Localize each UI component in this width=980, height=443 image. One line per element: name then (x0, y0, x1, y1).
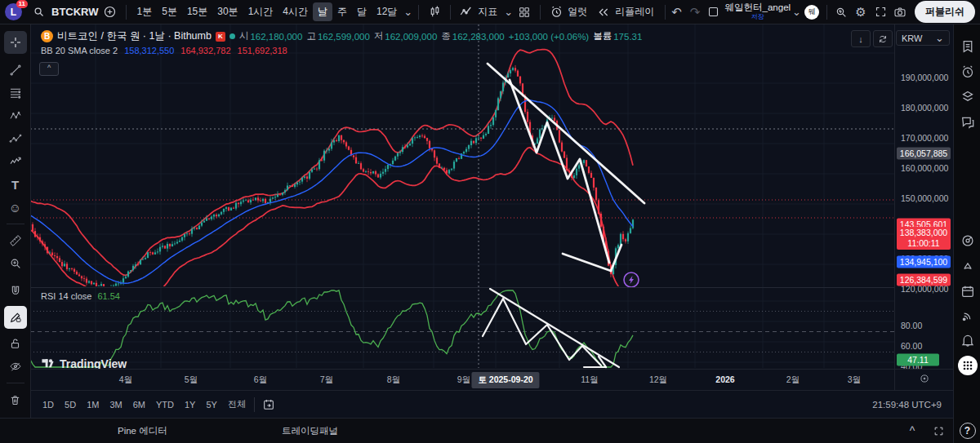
divider (126, 5, 127, 20)
magnet-tool[interactable] (4, 280, 27, 303)
timeframe-5m[interactable]: 5분 (157, 2, 182, 21)
pine-editor-tab[interactable]: Pine 에디터 (118, 425, 167, 437)
range-ytd[interactable]: YTD (152, 397, 178, 412)
indicators-icon[interactable] (457, 2, 476, 22)
quick-search-icon[interactable] (831, 2, 851, 22)
bb-value: 164,932,782 (180, 46, 230, 55)
panel-fullscreen-icon[interactable] (929, 421, 948, 441)
watchlist-icon[interactable] (960, 39, 975, 55)
symbol-search[interactable]: BTCKRW (29, 2, 99, 22)
undo-icon[interactable]: ↶ (671, 6, 682, 18)
timeframe-1w[interactable]: 주 (332, 2, 352, 21)
timeframe-4h[interactable]: 4시간 (278, 2, 313, 21)
publish-button[interactable]: 퍼블리쉬 (915, 1, 975, 23)
forecast-tool[interactable] (4, 127, 27, 150)
fib-retracement-tool[interactable] (4, 82, 27, 104)
rsi-indicator-legend[interactable]: RSI 14 close 61.54 (41, 291, 120, 301)
top-toolbar: L 11 BTCKRW 1분5분15분30분1시간4시간날주달12달 ⌄ 지표 … (0, 0, 980, 24)
left-drawing-toolbar: T ☺ (0, 24, 31, 418)
panel-expand-icon[interactable]: ^ (902, 421, 922, 441)
hide-drawings-tool[interactable] (4, 355, 27, 378)
screenshot-camera-icon[interactable] (890, 2, 910, 22)
range-5y[interactable]: 5Y (202, 397, 220, 412)
time-axis[interactable]: 4월5월6월7월8월9월11월12월20262월3월4월 토 2025-09-2… (30, 369, 894, 391)
crosshair-tool[interactable] (4, 31, 27, 54)
session-clock[interactable]: 21:59:48 UTC+9 (872, 400, 942, 410)
hotlist-target-icon[interactable] (960, 233, 975, 249)
zoom-in-tool[interactable] (4, 252, 27, 275)
calendar-icon[interactable] (960, 284, 975, 299)
range-1d[interactable]: 1D (38, 397, 58, 412)
indicators-button[interactable]: 지표 (478, 2, 502, 21)
layout-name[interactable]: 웨일헌터_angel 저장 (725, 3, 791, 20)
scroll-to-latest-icon[interactable]: ↓ (851, 30, 871, 47)
bb-value: 158,312,550 (124, 46, 174, 55)
indicators-menu-icon[interactable]: ⌄ (504, 7, 513, 17)
timeframe-30m[interactable]: 30분 (212, 2, 243, 21)
measure-ruler-tool[interactable] (4, 229, 27, 252)
tradingview-app: L 11 BTCKRW 1분5분15분30분1시간4시간날주달12달 ⌄ 지표 … (0, 0, 980, 443)
alerts-clock-icon[interactable] (960, 64, 975, 80)
text-tool[interactable]: T (4, 173, 27, 196)
timeframe-15m[interactable]: 15분 (182, 2, 212, 21)
main-chart-canvas[interactable] (30, 24, 894, 369)
range-1y[interactable]: 1Y (180, 397, 199, 412)
alert-button[interactable]: 얼럿 (568, 2, 592, 21)
bb-indicator-legend[interactable]: BB 20 SMA close 2 158,312,550164,932,782… (41, 46, 287, 55)
currency-dropdown[interactable]: KRW ⌄ (896, 30, 950, 46)
timezone-settings[interactable] (894, 369, 954, 391)
crosshair-date-label: 토 2025-09-20 (471, 372, 539, 388)
lock-all-tool[interactable] (4, 332, 27, 355)
chat-icon[interactable] (960, 115, 975, 131)
crosshair-price-label: 166,057,885 (897, 148, 951, 160)
notifications-bell-icon[interactable] (960, 333, 975, 348)
pane-separator[interactable] (30, 287, 894, 288)
layout-select-icon[interactable] (704, 2, 724, 22)
range-6m[interactable]: 6M (129, 397, 149, 412)
trading-panel-tab[interactable]: 트레이딩패널 (282, 425, 338, 437)
timeframe-1m[interactable]: 1분 (132, 2, 158, 21)
open-value: 162,180,000 (250, 32, 302, 42)
compare-add-icon[interactable] (100, 2, 120, 22)
object-tree-icon[interactable] (960, 89, 975, 104)
timeframe-1mo[interactable]: 달 (352, 2, 372, 21)
account-avatar-badge[interactable]: 웨 (804, 5, 819, 20)
chart-style-icon[interactable] (425, 2, 444, 22)
timeframe-menu-icon[interactable]: ⌄ (403, 7, 412, 17)
price-axis[interactable]: 190,000,000180,000,000170,000,000160,000… (894, 24, 954, 369)
account-name: 웨일헌터_angel (725, 3, 791, 13)
range-5d[interactable]: 5D (60, 397, 80, 412)
trend-line-tool[interactable] (4, 59, 27, 82)
goto-date-icon[interactable] (259, 395, 278, 414)
streams-broadcast-icon[interactable] (960, 308, 975, 324)
help-icon[interactable]: ? (960, 423, 976, 439)
range-1m[interactable]: 1M (82, 397, 103, 412)
month-tick: 9월 (457, 374, 470, 386)
timeframe-1h[interactable]: 1시간 (243, 2, 278, 21)
reset-scale-icon[interactable] (873, 30, 893, 47)
chart-legend[interactable]: B 비트코인 / 한국 원 · 1날 · Bithumb K 시162,180,… (41, 29, 642, 43)
rsi-tick: 60.00 (901, 341, 922, 351)
ideas-icon[interactable] (960, 259, 975, 274)
timeframe-1d[interactable]: 날 (313, 2, 332, 21)
emoji-tool[interactable]: ☺ (4, 196, 27, 219)
search-icon (29, 2, 48, 22)
replay-button[interactable]: 리플레이 (615, 2, 659, 21)
elliott-wave-tool[interactable] (4, 150, 27, 173)
layout-menu-icon[interactable]: ⌄ (792, 7, 801, 17)
templates-grid-icon[interactable] (514, 2, 534, 22)
settings-gear-icon[interactable]: ⚙ (851, 2, 871, 22)
range-all[interactable]: 전체 (224, 396, 250, 413)
delete-drawings-tool[interactable] (4, 388, 27, 411)
drawing-lock-tool[interactable] (4, 306, 27, 329)
range-3m[interactable]: 3M (105, 397, 126, 412)
legend-collapse-button[interactable]: ^ (39, 62, 59, 76)
divider (450, 5, 451, 20)
all-apps-icon[interactable] (958, 356, 978, 375)
redo-icon[interactable]: ↷ (690, 6, 701, 18)
bb-values: 158,312,550164,932,782151,692,318 (124, 46, 287, 55)
pattern-tool[interactable] (4, 104, 27, 127)
timeframe-12mo[interactable]: 12달 (372, 2, 402, 21)
user-avatar[interactable]: L 11 (5, 3, 22, 20)
fullscreen-icon[interactable] (871, 2, 890, 22)
